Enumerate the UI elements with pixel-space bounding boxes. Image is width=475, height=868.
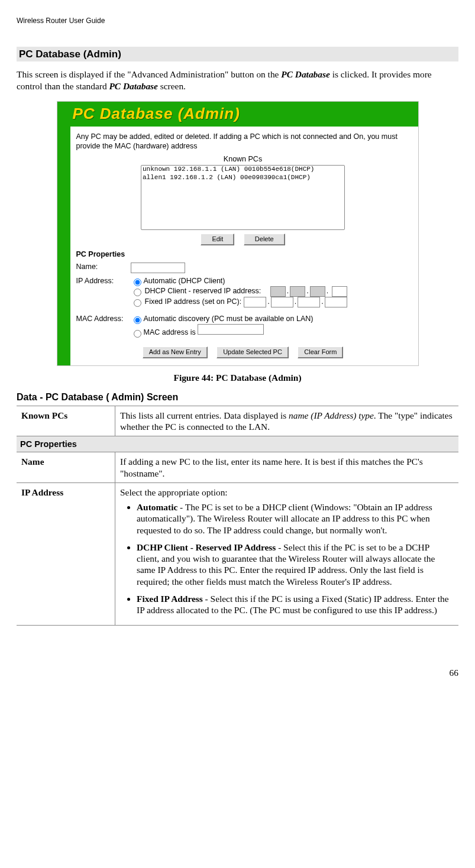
bullet-head: Fixed IP Address: [137, 594, 203, 604]
side-accent: [57, 127, 70, 365]
ip-oct4[interactable]: [332, 286, 347, 297]
list-item: DCHP Client - Reserved IP Address - Sele…: [137, 542, 454, 587]
subsection-heading: Data - PC Database ( Admin) Screen: [17, 391, 458, 403]
list-item: Fixed IP Address - Select this if the PC…: [137, 593, 454, 616]
group-header-label: PC Properties: [17, 436, 458, 452]
table-row: IP Address Select the appropriate option…: [17, 482, 458, 626]
known-pcs-desc-a: This lists all current entries. Data dis…: [120, 410, 289, 420]
bullet-head: Automatic: [137, 502, 177, 512]
clear-form-button[interactable]: Clear Form: [298, 346, 343, 358]
ip-fixed-label: Fixed IP address (set on PC):: [145, 297, 242, 307]
mac-auto-label: Automatic discovery (PC must be availabl…: [144, 315, 314, 323]
fip-oct2[interactable]: [271, 297, 293, 307]
fip-oct1[interactable]: [244, 297, 266, 307]
screenshot-figure: PC Database (Admin) Any PC may be added,…: [57, 101, 419, 366]
edit-button[interactable]: Edit: [201, 234, 234, 245]
section-heading: PC Database (Admin): [17, 47, 458, 61]
bullet-head: DCHP Client - Reserved IP Address: [137, 542, 276, 552]
row-value: This lists all current entries. Data dis…: [115, 406, 459, 436]
ip-dhcp-radio[interactable]: [134, 289, 141, 296]
row-label: IP Address: [17, 482, 115, 626]
intro-em2: PC Database: [109, 81, 158, 91]
mac-input[interactable]: [198, 324, 264, 335]
known-pcs-desc-em: name (IP Address) type: [289, 410, 374, 420]
row-value: Select the appropriate option: Automatic…: [115, 482, 459, 626]
running-header: Wireless Router User Guide: [17, 17, 458, 25]
row-value: If adding a new PC to the list, enter it…: [115, 452, 459, 483]
add-entry-button[interactable]: Add as New Entry: [143, 346, 208, 358]
pc-properties-heading: PC Properties: [76, 250, 410, 260]
known-pcs-listbox[interactable]: unknown 192.168.1.1 (LAN) 0010b554e618(D…: [141, 165, 345, 230]
known-pcs-label: Known PCs: [76, 155, 410, 164]
mac-is-label: MAC address is: [144, 328, 196, 336]
intro-paragraph: This screen is displayed if the "Advance…: [17, 69, 458, 92]
mac-label: MAC Address:: [76, 314, 131, 338]
screenshot-title: PC Database (Admin): [70, 102, 418, 127]
list-item[interactable]: allen1 192.168.1.2 (LAN) 00e098390ca1(DH…: [141, 174, 344, 182]
fip-oct3[interactable]: [298, 297, 320, 307]
ip-dhcp-label: DHCP Client - reserved IP address:: [145, 287, 261, 296]
intro-text: This screen is displayed if the "Advance…: [17, 69, 281, 79]
figure-caption: Figure 44: PC Database (Admin): [17, 372, 458, 383]
data-table: Known PCs This lists all current entries…: [17, 406, 458, 626]
fip-oct4[interactable]: [325, 297, 347, 307]
title-accent: [57, 102, 70, 127]
bullet-rest: - The PC is set to be a DHCP client (Win…: [137, 502, 432, 535]
note-text: Any PC may be added, edited or deleted. …: [76, 132, 410, 151]
ip-oct1[interactable]: [270, 286, 286, 297]
list-item[interactable]: unknown 192.168.1.1 (LAN) 0010b554e618(D…: [141, 166, 344, 174]
name-label: Name:: [76, 262, 131, 277]
ip-lead: Select the appropriate option:: [120, 487, 228, 497]
ip-label: IP Address:: [76, 276, 131, 308]
ip-fixed-radio[interactable]: [134, 299, 141, 307]
ip-oct3[interactable]: [310, 286, 325, 297]
mac-auto-radio[interactable]: [134, 316, 141, 324]
ip-auto-label: Automatic (DHCP Client): [144, 277, 225, 285]
page-number: 66: [17, 667, 458, 678]
intro-em1: PC Database: [281, 69, 330, 79]
table-row: Known PCs This lists all current entries…: [17, 406, 458, 436]
mac-is-radio[interactable]: [134, 330, 141, 338]
ip-oct2[interactable]: [290, 286, 305, 297]
name-input[interactable]: [131, 263, 185, 273]
row-label: Name: [17, 452, 115, 483]
list-item: Automatic - The PC is set to be a DHCP c…: [137, 501, 454, 536]
delete-button[interactable]: Delete: [244, 234, 285, 245]
table-row: Name If adding a new PC to the list, ent…: [17, 452, 458, 483]
intro-text3: screen.: [158, 81, 186, 91]
table-group-header: PC Properties: [17, 436, 458, 452]
row-label: Known PCs: [17, 406, 115, 436]
ip-auto-radio[interactable]: [134, 278, 141, 286]
update-pc-button[interactable]: Update Selected PC: [217, 346, 289, 358]
titlebar: PC Database (Admin): [57, 102, 418, 127]
